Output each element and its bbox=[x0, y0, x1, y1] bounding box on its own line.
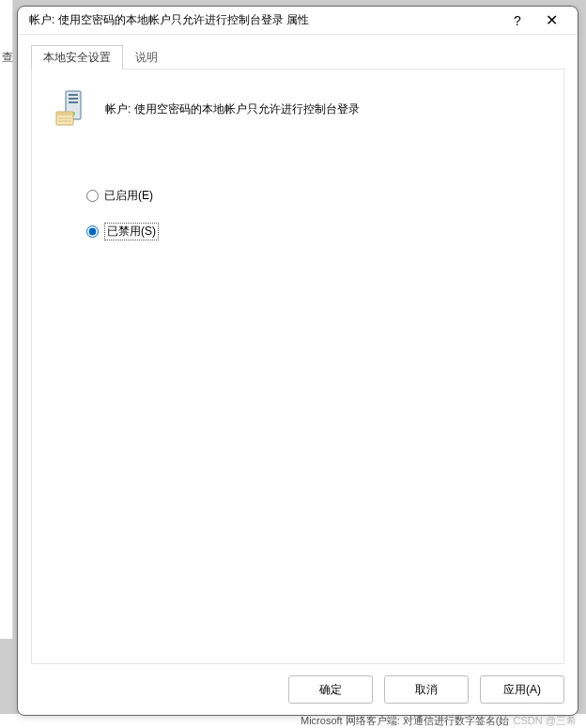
button-label: 取消 bbox=[415, 683, 438, 696]
titlebar: 帐户: 使用空密码的本地帐户只允许进行控制台登录 属性 ? ✕ bbox=[18, 7, 578, 35]
close-button[interactable]: ✕ bbox=[534, 8, 568, 34]
svg-rect-6 bbox=[57, 113, 72, 116]
policy-header: 帐户: 使用空密码的本地帐户只允许进行控制台登录 bbox=[53, 86, 543, 132]
tab-description[interactable]: 说明 bbox=[123, 45, 170, 70]
tab-panel-local-security: 帐户: 使用空密码的本地帐户只允许进行控制台登录 已启用(E) 已禁用(S) bbox=[31, 69, 564, 664]
tab-label: 说明 bbox=[135, 51, 158, 64]
button-label: 应用(A) bbox=[503, 683, 541, 696]
radio-enabled-input[interactable] bbox=[86, 190, 99, 202]
svg-rect-3 bbox=[69, 101, 78, 103]
close-icon: ✕ bbox=[546, 11, 558, 29]
svg-rect-2 bbox=[69, 98, 78, 100]
button-label: 确定 bbox=[319, 683, 342, 696]
radio-disabled-label: 已禁用(S) bbox=[104, 223, 159, 240]
radio-disabled-input[interactable] bbox=[86, 225, 99, 238]
policy-radio-group: 已启用(E) 已禁用(S) bbox=[86, 188, 543, 240]
dialog-title: 帐户: 使用空密码的本地帐户只允许进行控制台登录 属性 bbox=[29, 12, 501, 28]
help-button[interactable]: ? bbox=[501, 8, 534, 34]
watermark: CSDN @三希 bbox=[514, 714, 577, 728]
svg-rect-1 bbox=[69, 94, 78, 96]
dialog-button-row: 确定 取消 应用(A) bbox=[31, 664, 564, 704]
background-sidebar bbox=[0, 0, 13, 639]
apply-button[interactable]: 应用(A) bbox=[480, 675, 564, 704]
tab-local-security[interactable]: 本地安全设置 bbox=[31, 45, 123, 70]
radio-enabled-label: 已启用(E) bbox=[104, 188, 153, 204]
policy-server-icon bbox=[53, 89, 92, 129]
radio-enabled[interactable]: 已启用(E) bbox=[86, 188, 543, 204]
ok-button[interactable]: 确定 bbox=[288, 675, 373, 704]
radio-disabled[interactable]: 已禁用(S) bbox=[86, 223, 543, 240]
policy-title: 帐户: 使用空密码的本地帐户只允许进行控制台登录 bbox=[105, 101, 360, 117]
tab-strip: 本地安全设置 说明 bbox=[31, 44, 564, 69]
tab-label: 本地安全设置 bbox=[43, 51, 111, 64]
cancel-button[interactable]: 取消 bbox=[384, 675, 469, 704]
background-sidebar-text: 查 bbox=[0, 42, 13, 55]
dialog-client-area: 本地安全设置 说明 bbox=[18, 35, 578, 715]
help-icon: ? bbox=[514, 13, 521, 28]
properties-dialog: 帐户: 使用空密码的本地帐户只允许进行控制台登录 属性 ? ✕ 本地安全设置 说… bbox=[17, 6, 578, 716]
background-bottom-strip: Microsoft 网络客户端: 对通信进行数字签名(始 bbox=[0, 714, 586, 728]
